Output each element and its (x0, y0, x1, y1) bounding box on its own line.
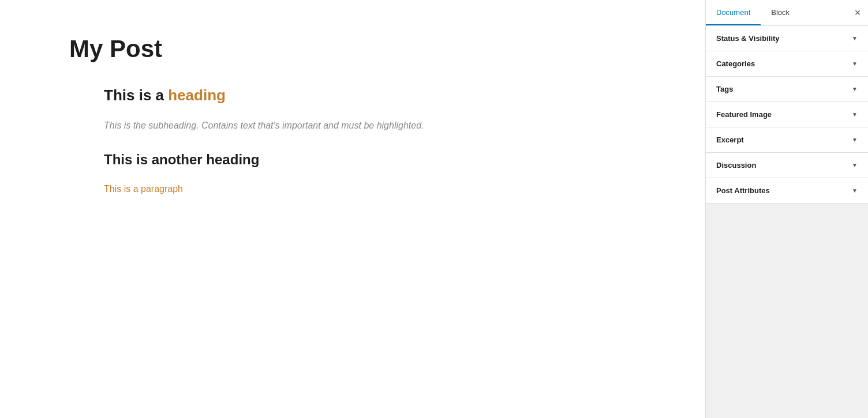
chevron-down-icon: ▼ (852, 35, 858, 42)
tab-block[interactable]: Block (761, 0, 800, 25)
panel-label: Post Attributes (716, 186, 770, 195)
heading-prefix: This is a (104, 86, 168, 104)
sidebar-panel-tags[interactable]: Tags▼ (706, 77, 868, 102)
sidebar: Document Block × Status & Visibility▼Cat… (705, 0, 868, 418)
sidebar-empty-space (706, 222, 868, 418)
panel-label: Discussion (716, 161, 756, 170)
panel-label: Status & Visibility (716, 34, 780, 43)
content-blocks: This is a heading This is the subheading… (69, 86, 636, 196)
sidebar-panel-excerpt[interactable]: Excerpt▼ (706, 127, 868, 153)
tab-document[interactable]: Document (706, 0, 761, 25)
paragraph-block[interactable]: This is a paragraph (104, 182, 636, 197)
sidebar-panel-status-&-visibility[interactable]: Status & Visibility▼ (706, 26, 868, 51)
sidebar-panel-categories[interactable]: Categories▼ (706, 51, 868, 77)
sidebar-panel-featured-image[interactable]: Featured Image▼ (706, 102, 868, 127)
panel-label: Categories (716, 59, 755, 68)
editor-content: My Post This is a heading This is the su… (0, 0, 705, 418)
sidebar-panel-post-attributes[interactable]: Post Attributes▼ (706, 178, 868, 204)
panel-label: Tags (716, 85, 733, 93)
heading-block-1[interactable]: This is a heading (104, 86, 636, 104)
heading-block-2[interactable]: This is another heading (104, 152, 636, 168)
chevron-down-icon: ▼ (852, 162, 858, 168)
chevron-down-icon: ▼ (852, 187, 858, 194)
sidebar-header: Document Block × (706, 0, 868, 26)
subheading-block[interactable]: This is the subheading. Contains text th… (104, 118, 636, 133)
panel-label: Excerpt (716, 135, 744, 144)
chevron-down-icon: ▼ (852, 61, 858, 67)
heading-highlight: heading (168, 86, 226, 104)
sidebar-panel-discussion[interactable]: Discussion▼ (706, 153, 868, 178)
chevron-down-icon: ▼ (852, 111, 858, 118)
chevron-down-icon: ▼ (852, 137, 858, 143)
sidebar-panels: Status & Visibility▼Categories▼Tags▼Feat… (706, 26, 868, 222)
post-title[interactable]: My Post (69, 35, 636, 63)
sidebar-close-button[interactable]: × (847, 2, 868, 23)
chevron-down-icon: ▼ (852, 86, 858, 92)
panel-label: Featured Image (716, 110, 772, 119)
